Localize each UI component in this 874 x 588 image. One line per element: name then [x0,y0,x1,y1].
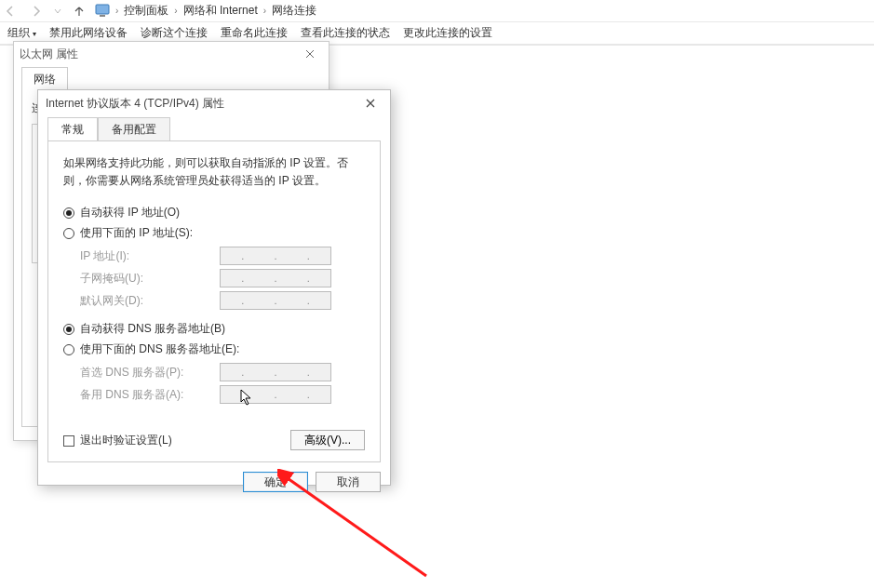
toolbar-status[interactable]: 查看此连接的状态 [301,25,390,41]
tab-network[interactable]: 网络 [21,67,68,91]
radio-ip-manual[interactable]: 使用下面的 IP 地址(S): [63,225,365,241]
general-panel: 如果网络支持此功能，则可以获取自动指派的 IP 设置。否则，你需要从网络系统管理… [47,140,381,462]
breadcrumb-item[interactable]: 网络连接 [272,3,316,19]
nav-back-button[interactable] [0,1,20,21]
gateway-label: 默认网关(D): [80,293,220,309]
breadcrumb-item[interactable]: 控制面板 [124,3,168,19]
nav-history-button[interactable] [52,1,63,21]
radio-label: 使用下面的 IP 地址(S): [80,225,193,241]
ip-group: 自动获得 IP 地址(O) 使用下面的 IP 地址(S): IP 地址(I): … [63,205,365,310]
chevron-right-icon: › [263,6,266,16]
tab-strip: 网络 [14,66,329,90]
close-icon [366,99,375,108]
advanced-button[interactable]: 高级(V)... [290,430,365,450]
validate-checkbox-row[interactable]: 退出时验证设置(L) [63,433,172,448]
subnet-mask-label: 子网掩码(U): [80,271,220,287]
alternate-dns-input: ... [220,385,331,404]
close-button[interactable] [358,94,383,113]
svg-rect-1 [100,15,105,17]
radio-icon [63,344,74,355]
alternate-dns-label: 备用 DNS 服务器(A): [80,387,220,403]
radio-ip-auto[interactable]: 自动获得 IP 地址(O) [63,205,365,220]
description-text: 如果网络支持此功能，则可以获取自动指派的 IP 设置。否则，你需要从网络系统管理… [63,154,365,190]
toolbar-change[interactable]: 更改此连接的设置 [403,25,492,41]
ip-address-label: IP 地址(I): [80,248,220,264]
ok-button[interactable]: 确定 [243,472,308,492]
radio-dns-auto[interactable]: 自动获得 DNS 服务器地址(B) [63,321,365,337]
radio-icon [63,324,74,335]
dialog-titlebar[interactable]: Internet 协议版本 4 (TCP/IPv4) 属性 [38,90,390,116]
arrow-right-icon [30,5,43,18]
window-title: 以太网 属性 [20,47,78,62]
ip-address-input: ... [220,247,331,265]
validate-label: 退出时验证设置(L) [80,433,172,448]
chevron-right-icon: › [174,6,177,16]
preferred-dns-input: ... [220,363,331,381]
dns-fields: 首选 DNS 服务器(P): ... 备用 DNS 服务器(A): ... [80,363,365,404]
svg-rect-0 [96,5,109,14]
dialog-buttons: 确定 取消 [38,472,390,501]
tab-strip: 常规 备用配置 [38,116,390,140]
toolbar-disable[interactable]: 禁用此网络设备 [49,25,128,41]
ipv4-properties-dialog: Internet 协议版本 4 (TCP/IPv4) 属性 常规 备用配置 如果… [37,89,391,486]
gateway-input: ... [220,291,331,310]
checkbox-icon [63,435,74,447]
dns-group: 自动获得 DNS 服务器地址(B) 使用下面的 DNS 服务器地址(E): 首选… [63,321,365,404]
close-icon [305,49,315,59]
breadcrumb: › 控制面板 › 网络和 Internet › 网络连接 [95,3,316,19]
toolbar-organize[interactable]: 组织 ▾ [7,25,36,41]
close-button[interactable] [297,45,323,63]
radio-label: 自动获得 IP 地址(O) [80,205,180,220]
control-panel-icon [95,4,110,19]
radio-label: 使用下面的 DNS 服务器地址(E): [80,341,239,357]
radio-icon [63,207,74,219]
breadcrumb-item[interactable]: 网络和 Internet [183,3,258,19]
toolbar-diagnose[interactable]: 诊断这个连接 [141,25,208,41]
arrow-up-icon [73,5,86,18]
radio-dns-manual[interactable]: 使用下面的 DNS 服务器地址(E): [63,341,365,357]
radio-label: 自动获得 DNS 服务器地址(B) [80,321,225,337]
ip-fields: IP 地址(I): ... 子网掩码(U): ... 默认网关(D): ... [80,247,365,310]
arrow-left-icon [4,5,17,18]
tab-alternate[interactable]: 备用配置 [98,117,170,141]
toolbar-rename[interactable]: 重命名此连接 [221,25,288,41]
chevron-right-icon: › [115,6,118,16]
address-bar: › 控制面板 › 网络和 Internet › 网络连接 [0,0,874,22]
chevron-down-icon [54,7,61,15]
preferred-dns-label: 首选 DNS 服务器(P): [80,365,220,381]
subnet-mask-input: ... [220,269,331,287]
tab-general[interactable]: 常规 [47,117,98,141]
nav-up-button[interactable] [69,1,89,21]
nav-forward-button[interactable] [26,1,47,21]
dialog-title: Internet 协议版本 4 (TCP/IPv4) 属性 [46,96,224,112]
cancel-button[interactable]: 取消 [316,472,381,492]
window-titlebar[interactable]: 以太网 属性 [14,42,329,66]
radio-icon [63,228,74,239]
